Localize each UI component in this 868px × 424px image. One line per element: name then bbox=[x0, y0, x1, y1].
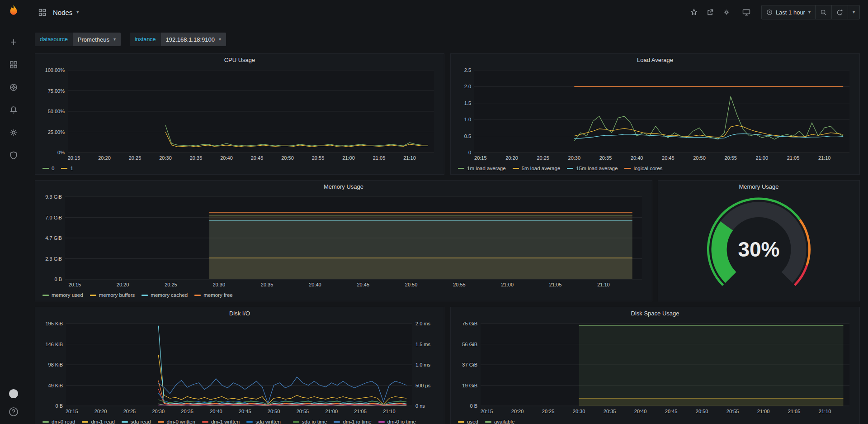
svg-text:20:30: 20:30 bbox=[159, 155, 172, 161]
svg-text:20:40: 20:40 bbox=[309, 282, 321, 287]
panel-title[interactable]: CPU Usage bbox=[35, 54, 444, 67]
panel-title[interactable]: Load Average bbox=[451, 54, 859, 67]
alerting-bell-icon[interactable] bbox=[9, 105, 19, 115]
legend-item[interactable]: sda io time bbox=[293, 419, 327, 424]
legend-item[interactable]: memory used bbox=[42, 292, 83, 298]
legend-item[interactable]: 0 bbox=[42, 166, 54, 171]
svg-text:20:35: 20:35 bbox=[190, 155, 203, 161]
svg-text:20:15: 20:15 bbox=[66, 409, 78, 414]
panel-load-average: Load Average 00.51.01.52.02.520:1520:202… bbox=[450, 53, 860, 175]
settings-gear-icon[interactable] bbox=[720, 6, 733, 19]
chevron-down-icon[interactable]: ▾ bbox=[76, 10, 79, 14]
disk-space-chart[interactable]: 0 B19 GiB37 GiB56 GiB75 GiB20:1520:2020:… bbox=[454, 320, 856, 416]
explore-compass-icon[interactable] bbox=[9, 82, 19, 92]
series-color-swatch bbox=[567, 168, 573, 169]
user-avatar[interactable] bbox=[9, 389, 19, 399]
series-color-swatch bbox=[42, 421, 49, 423]
legend-item[interactable]: dm-1 written bbox=[202, 419, 240, 424]
svg-text:20:45: 20:45 bbox=[665, 409, 678, 414]
series-color-swatch bbox=[334, 421, 340, 423]
variable-value-dropdown[interactable]: 192.168.1.18:9100 ▾ bbox=[161, 33, 226, 46]
variable-value-dropdown[interactable]: Prometheus ▾ bbox=[73, 33, 121, 46]
svg-text:20:55: 20:55 bbox=[726, 409, 739, 414]
legend-item[interactable]: sda read bbox=[122, 419, 151, 424]
dashboard-grid-icon[interactable] bbox=[35, 6, 49, 19]
svg-text:21:10: 21:10 bbox=[403, 155, 416, 161]
svg-text:2.5: 2.5 bbox=[464, 67, 471, 73]
dashboards-icon[interactable] bbox=[9, 60, 19, 70]
legend-item[interactable]: memory free bbox=[194, 292, 233, 298]
memory-usage-gauge[interactable]: 30% bbox=[662, 193, 856, 298]
sidebar bbox=[0, 0, 27, 424]
svg-text:20:45: 20:45 bbox=[251, 155, 264, 161]
panel-title[interactable]: Disk I/O bbox=[35, 307, 444, 320]
legend-item[interactable]: sda written bbox=[246, 419, 281, 424]
svg-text:49 KiB: 49 KiB bbox=[48, 383, 63, 388]
panel-title[interactable]: Disk Space Usage bbox=[451, 307, 859, 320]
star-icon[interactable] bbox=[687, 6, 701, 19]
refresh-button[interactable] bbox=[831, 5, 848, 19]
legend-item[interactable]: available bbox=[485, 419, 514, 424]
legend-item[interactable]: dm-0 read bbox=[42, 419, 75, 424]
svg-text:20:35: 20:35 bbox=[599, 155, 612, 161]
variables-bar: datasource Prometheus ▾ instance 192.168… bbox=[35, 33, 226, 46]
svg-text:20:25: 20:25 bbox=[537, 155, 549, 161]
svg-text:21:10: 21:10 bbox=[819, 409, 831, 414]
svg-text:56 GiB: 56 GiB bbox=[462, 342, 477, 347]
svg-text:20:20: 20:20 bbox=[505, 155, 518, 161]
series-color-swatch bbox=[42, 295, 49, 296]
svg-text:20:20: 20:20 bbox=[511, 409, 524, 414]
refresh-interval-dropdown[interactable]: ▾ bbox=[848, 5, 859, 19]
load-average-chart[interactable]: 00.51.01.52.02.520:1520:2020:2520:3020:3… bbox=[454, 67, 856, 162]
svg-text:21:05: 21:05 bbox=[373, 155, 386, 161]
svg-text:21:00: 21:00 bbox=[342, 155, 355, 161]
panel-title[interactable]: Memory Usage bbox=[658, 181, 859, 193]
legend-item[interactable]: 15m load average bbox=[567, 166, 618, 171]
memory-usage-chart[interactable]: 0 B2.3 GiB4.7 GiB7.0 GiB9.3 GiB20:1520:2… bbox=[39, 193, 648, 289]
legend-item[interactable]: logical cores bbox=[624, 166, 662, 171]
variable-datasource: datasource Prometheus ▾ bbox=[35, 33, 121, 46]
series-color-swatch bbox=[624, 168, 631, 169]
legend-item[interactable]: dm-0 io time bbox=[378, 419, 416, 424]
configuration-gear-icon[interactable] bbox=[9, 128, 19, 138]
time-range-picker[interactable]: Last 1 hour ▾ bbox=[762, 5, 815, 19]
shield-icon[interactable] bbox=[9, 150, 19, 160]
navbar: Nodes ▾ Last 1 hour ▾ bbox=[27, 0, 868, 24]
svg-text:21:00: 21:00 bbox=[756, 155, 769, 161]
legend-item[interactable]: dm-1 read bbox=[82, 419, 114, 424]
svg-text:20:55: 20:55 bbox=[297, 409, 309, 414]
svg-text:98 KiB: 98 KiB bbox=[48, 362, 63, 367]
variable-value: Prometheus bbox=[78, 36, 109, 43]
help-icon[interactable] bbox=[9, 407, 19, 417]
legend-item[interactable]: 1 bbox=[61, 166, 73, 171]
cpu-usage-chart[interactable]: 0%25.00%50.00%75.00%100.00%20:1520:2020:… bbox=[39, 67, 440, 162]
svg-text:21:10: 21:10 bbox=[818, 155, 831, 161]
variable-label: datasource bbox=[35, 33, 73, 46]
grafana-logo[interactable] bbox=[7, 4, 20, 19]
legend-item[interactable]: 1m load average bbox=[458, 166, 506, 171]
legend-item[interactable]: memory cached bbox=[142, 292, 188, 298]
svg-text:2.0 ms: 2.0 ms bbox=[415, 321, 431, 326]
variable-label: instance bbox=[130, 33, 161, 46]
legend-item[interactable]: dm-1 io time bbox=[334, 419, 371, 424]
dashboard-title[interactable]: Nodes bbox=[53, 9, 72, 16]
panel-memory-gauge: Memory Usage 30% bbox=[658, 180, 860, 301]
legend-item[interactable]: 5m load average bbox=[513, 166, 561, 171]
share-icon[interactable] bbox=[703, 6, 717, 19]
svg-text:20:50: 20:50 bbox=[281, 155, 294, 161]
svg-text:0%: 0% bbox=[57, 150, 65, 155]
series-color-swatch bbox=[122, 421, 128, 423]
svg-text:21:00: 21:00 bbox=[326, 409, 338, 414]
series-color-swatch bbox=[485, 421, 491, 423]
plus-icon[interactable] bbox=[9, 37, 19, 47]
legend-item[interactable]: dm-0 written bbox=[158, 419, 195, 424]
zoom-out-button[interactable] bbox=[815, 5, 831, 19]
svg-text:1.5 ms: 1.5 ms bbox=[415, 342, 431, 347]
legend-item[interactable]: used bbox=[458, 419, 478, 424]
svg-text:100.00%: 100.00% bbox=[45, 67, 65, 73]
panel-title[interactable]: Memory Usage bbox=[35, 181, 652, 193]
disk-io-chart[interactable]: 0 B49 KiB98 KiB146 KiB195 KiB0 ns500 µs1… bbox=[39, 320, 440, 416]
svg-text:20:15: 20:15 bbox=[474, 155, 487, 161]
tv-monitor-icon[interactable] bbox=[740, 6, 753, 19]
legend-item[interactable]: memory buffers bbox=[90, 292, 135, 298]
